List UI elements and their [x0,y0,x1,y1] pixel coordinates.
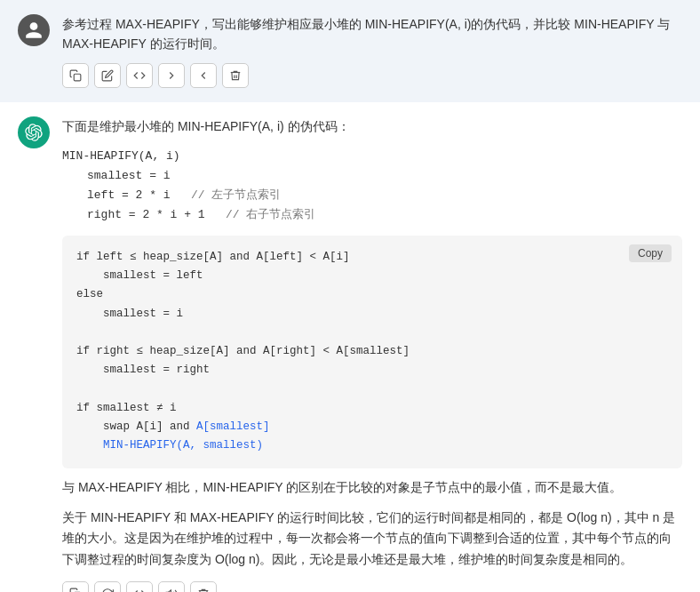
code-block-wrapper: Copy if left ≤ heap_size[A] and A[left] … [62,236,682,468]
user-delete-btn[interactable] [222,63,249,88]
assistant-copy-btn[interactable] [62,581,89,592]
pseudocode-line-3: right = 2 * i + 1 // 右子节点索引 [62,205,682,225]
assistant-intro: 下面是维护最小堆的 MIN-HEAPIFY(A, i) 的伪代码： [62,116,682,138]
copy-button[interactable]: Copy [629,244,672,262]
user-forward-btn[interactable] [158,63,185,88]
assistant-message: 下面是维护最小堆的 MIN-HEAPIFY(A, i) 的伪代码： MIN-HE… [0,102,700,592]
user-copy-btn[interactable] [62,63,89,88]
user-avatar [18,14,50,46]
pseudocode-line-2: left = 2 * i // 左子节点索引 [62,186,682,205]
paragraph1: 与 MAX-HEAPIFY 相比，MIN-HEAPIFY 的区别在于比较的对象是… [62,477,682,499]
pseudocode-line-1: smallest = i [62,166,682,186]
svg-rect-0 [74,74,81,81]
user-text: 参考过程 MAX-HEAPIFY，写出能够维护相应最小堆的 MIN-HEAPIF… [62,14,682,54]
user-toolbar [62,63,682,88]
assistant-code-btn[interactable] [126,581,153,592]
chat-container: 参考过程 MAX-HEAPIFY，写出能够维护相应最小堆的 MIN-HEAPIF… [0,0,700,592]
pseudocode-block: MIN-HEAPIFY(A, i) smallest = i left = 2 … [62,147,682,225]
user-edit-btn[interactable] [94,63,121,88]
user-code-btn[interactable] [126,63,153,88]
assistant-volume-btn[interactable] [158,581,185,592]
assistant-delete-btn[interactable] [190,581,217,592]
code-block: if left ≤ heap_size[A] and A[left] < A[i… [62,236,682,468]
gpt-avatar [18,116,50,148]
paragraph2: 关于 MIN-HEAPIFY 和 MAX-HEAPIFY 的运行时间比较，它们的… [62,508,682,571]
assistant-toolbar [62,581,682,592]
user-message: 参考过程 MAX-HEAPIFY，写出能够维护相应最小堆的 MIN-HEAPIF… [0,0,700,102]
assistant-refresh-btn[interactable] [94,581,121,592]
user-back-btn[interactable] [190,63,217,88]
pseudocode-header: MIN-HEAPIFY(A, i) [62,147,682,166]
user-message-content: 参考过程 MAX-HEAPIFY，写出能够维护相应最小堆的 MIN-HEAPIF… [62,14,682,88]
assistant-content: 下面是维护最小堆的 MIN-HEAPIFY(A, i) 的伪代码： MIN-HE… [62,116,682,592]
